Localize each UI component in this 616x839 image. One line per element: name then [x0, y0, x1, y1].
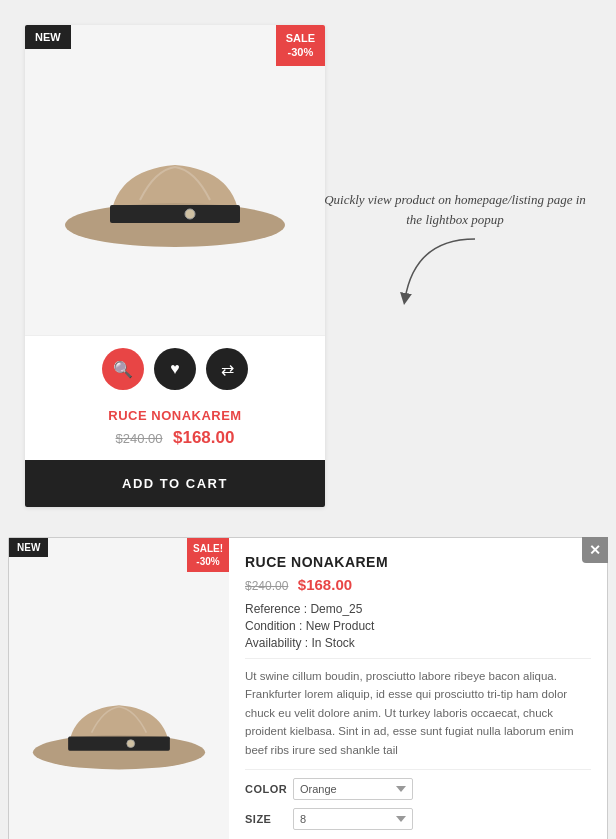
quick-view-button[interactable]: 🔍 [102, 348, 144, 390]
badge-sale: SALE -30% [276, 25, 325, 66]
close-button[interactable]: ✕ [582, 537, 608, 563]
lb-meta-condition: Condition : New Product [245, 619, 591, 633]
size-option-row: SIZE 8 9 10 [245, 808, 591, 830]
lb-price-new: $168.00 [298, 576, 352, 593]
card-image-area: NEW SALE -30% [25, 25, 325, 335]
product-card: NEW SALE -30% 🔍 ♥ [25, 25, 325, 507]
lightbox-details-col: RUCE NONAKAREM $240.00 $168.00 Reference… [229, 538, 607, 839]
lightbox-image-col: NEW SALE! -30% [9, 538, 229, 839]
lb-badge-sale: SALE! -30% [187, 538, 229, 572]
lb-meta-availability: Availability : In Stock [245, 636, 591, 650]
lb-meta-reference: Reference : Demo_25 [245, 602, 591, 616]
color-option-row: COLOR Orange Black Brown [245, 778, 591, 800]
lightbox-product-image [29, 652, 209, 782]
color-select[interactable]: Orange Black Brown [293, 778, 413, 800]
color-label: COLOR [245, 783, 283, 795]
svg-point-3 [65, 203, 285, 247]
card-info: RUCE NONAKAREM $240.00 $168.00 [25, 400, 325, 448]
lightbox-popup: ✕ NEW SALE! -30% RUCE NONAKAREM $240.00 … [8, 537, 608, 839]
price-new: $168.00 [173, 428, 234, 447]
add-to-cart-button[interactable]: ADD TO CART [25, 460, 325, 507]
badge-new: NEW [25, 25, 71, 49]
lb-description: Ut swine cillum boudin, prosciutto labor… [245, 667, 591, 759]
card-actions: 🔍 ♥ ⇄ [25, 335, 325, 400]
price-area: $240.00 $168.00 [35, 428, 315, 448]
size-select[interactable]: 8 9 10 [293, 808, 413, 830]
svg-point-7 [33, 735, 205, 769]
lb-price-old: $240.00 [245, 579, 288, 593]
compare-button[interactable]: ⇄ [206, 348, 248, 390]
annotation-text: Quickly view product on homepage/listing… [320, 190, 590, 229]
annotation: Quickly view product on homepage/listing… [320, 190, 590, 329]
price-old: $240.00 [116, 431, 163, 446]
annotation-arrow [395, 229, 515, 329]
lb-price-area: $240.00 $168.00 [245, 576, 591, 594]
lb-product-title: RUCE NONAKAREM [245, 554, 591, 570]
wishlist-button[interactable]: ♥ [154, 348, 196, 390]
lb-badge-new: NEW [9, 538, 48, 557]
divider [245, 658, 591, 659]
product-image [60, 100, 290, 260]
product-name-link[interactable]: RUCE NONAKAREM [108, 408, 241, 423]
divider2 [245, 769, 591, 770]
size-label: SIZE [245, 813, 283, 825]
